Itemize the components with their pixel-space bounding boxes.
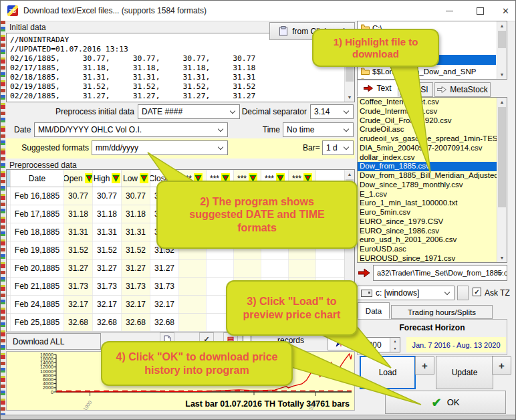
format-tab-metastock[interactable]: MetaStock [434,82,491,97]
bar-label: Bar= [303,143,320,152]
load-button[interactable]: Load [360,356,416,389]
scroll-up-icon[interactable]: ▲ [345,170,354,179]
column-label: Open [64,174,83,183]
cell-value: 31.52 [64,241,93,259]
filter-icon[interactable] [112,173,120,183]
time-format-combo[interactable]: No time [283,122,354,137]
scroll-down-icon[interactable]: ▼ [497,70,507,79]
ask-tz-checkbox[interactable]: ✓ [473,288,481,296]
column-header-date: Date [11,170,64,187]
format-tab-text[interactable]: Text [357,80,398,97]
cell-value: 31.31 [122,223,150,241]
scroll-down-icon[interactable]: ▼ [497,253,507,262]
filter-icon[interactable] [140,173,148,183]
chart-caption: Last bar 01.07.2016 TH Totally 34761 bar… [168,399,350,409]
file-list-item[interactable]: EURO_since_1986.csv [358,227,497,236]
file-list-item[interactable]: Crude_Intermarket.csv [358,107,497,116]
column-header-high: High [93,170,122,187]
load-plus-button[interactable]: + [415,356,434,375]
cell-date: Feb 25,1885 [11,314,64,331]
tree-scrollbar[interactable]: ▲ ▼ [497,21,507,79]
title-bar: TS Download text/Excel files... (support… [1,1,515,21]
forecast-horizon-title: Forecast Horizon [357,323,507,332]
file-list-item[interactable]: EUROUSD_since_1971.csv [358,254,497,263]
red-arrow-icon [364,85,373,92]
file-list-item[interactable]: Euro_1_min_last_100000.txt [358,199,497,208]
file-list-item[interactable]: crudeoil_vs_gasoline_spread_1min-TESTED [358,134,497,144]
file-list-item[interactable]: EURO_since_1979.CSV [358,217,497,227]
scroll-thumb[interactable] [498,31,506,48]
table-row[interactable]: Feb 20,188531.2731.2731.2731.27 [7,259,345,278]
file-list-item[interactable]: DIA_5min_20040927-20070914.csv [358,144,497,153]
file-list-item[interactable]: Dow_from_1885.csv [358,162,497,171]
spin-down-icon[interactable]: ▼ [390,345,400,352]
file-list-item[interactable]: dollar_index.csv [358,153,497,163]
window-title: Download text/Excel files... (supports 1… [23,6,207,15]
ok-check-icon: ✔ [432,395,442,410]
scroll-down-icon[interactable]: ▼ [345,93,354,102]
update-button[interactable]: Update [436,356,493,389]
format-tab-csi[interactable]: CSI [400,82,433,97]
maximize-button[interactable] [465,1,495,21]
date-format-combo[interactable]: MM/DD/YYYY OHLC Vol O.I. [34,122,228,137]
minimize-button[interactable] [434,1,465,21]
maximize-icon [477,7,484,15]
file-list-item[interactable]: euro_usd_h_2001_2006.csv [358,235,497,245]
file-list-item[interactable]: Crude_Oil_From_1920.csv [358,116,497,126]
tab-label: CSI [414,85,428,94]
cell-value: 32.68 [150,314,179,331]
column-header-open: Open [64,170,93,187]
cell-date: Feb 19,1885 [11,241,64,259]
download-all-button[interactable]: Download ALL [6,333,101,350]
cell-value: 31.27 [64,259,93,277]
tab-trading-hours-splits[interactable]: Trading hours/Splits [391,305,493,319]
cell-value: 31.73 [150,278,179,295]
file-list-item[interactable]: Euro_5min.csv [358,208,497,217]
drive-aux-button[interactable] [457,286,469,300]
cell-value [207,259,234,277]
file-list[interactable]: Coffee_Intermarket.csvCrude_Intermarket.… [357,97,507,263]
window-bottom-edge [1,415,516,420]
bar-combo[interactable]: 1 d [322,140,354,155]
column-label: High [94,174,110,183]
metastock-arrow-icon [437,86,446,93]
ok-button[interactable]: ✔ OK [385,391,506,414]
forecast-bars-spinner[interactable]: 1200 ▲ ▼ [360,337,400,352]
close-button[interactable]: ✕ [495,1,516,21]
update-plus-button[interactable]: + [492,356,511,375]
tab-label: Data [366,307,382,315]
file-list-item[interactable]: Dow_since_1789_monthly.csv [358,181,497,190]
file-list-item[interactable]: Dow_from_1885_Bill_Meridian_Adjusted.cs [358,171,497,181]
filelist-scrollbar[interactable]: ▲ ▼ [497,98,507,262]
suggested-formats-label: Suggested formats [21,143,89,152]
cell-date: Feb 24,1885 [11,296,64,313]
plus-icon: + [499,360,505,371]
clipboard-icon [279,26,287,36]
file-list-item[interactable]: EuroUSD.asc [358,245,497,254]
cell-value: 32.17 [93,296,122,313]
decimal-separator-combo[interactable]: 3.14 [310,104,354,119]
cell-value: 31.52 [122,241,150,259]
callout-line: 1) Highlight file to [313,36,438,48]
callout-line: 2) The program shows [158,195,356,208]
file-path-combo[interactable]: a32\Trader\Time_Set\Dow_from_1885.csv [373,265,507,281]
preprocess-combo[interactable]: DATE #### [138,104,240,119]
initial-data-box[interactable]: //NONINTRADAY //UPDATED=01.07.2016 13:13… [6,33,355,102]
file-list-item[interactable]: CrudeOil.asc [358,125,497,134]
tree-item-folder[interactable]: $$Long_Term_Dow_and_SNP [359,66,496,76]
drive-combo[interactable]: c: [windows] [357,286,455,300]
scroll-up-icon[interactable]: ▲ [497,21,507,30]
spin-up-icon[interactable]: ▲ [390,338,400,345]
close-icon: ✕ [502,6,509,16]
cell-value [179,314,207,331]
scroll-thumb[interactable] [498,107,506,207]
tab-data[interactable]: Data [358,302,390,319]
plus-icon: + [422,360,428,371]
file-list-item[interactable]: Coffee_Intermarket.csv [358,98,497,107]
suggested-formats-combo[interactable]: mm/dd/yyyy [92,140,228,155]
filter-icon[interactable] [85,173,93,183]
file-list-item[interactable]: E_1.csv [358,190,497,199]
initial-data-text: //NONINTRADAY //UPDATED=01.07.2016 13:13… [10,35,353,101]
red-arrow-icon [358,268,370,278]
scroll-up-icon[interactable]: ▲ [497,98,507,106]
